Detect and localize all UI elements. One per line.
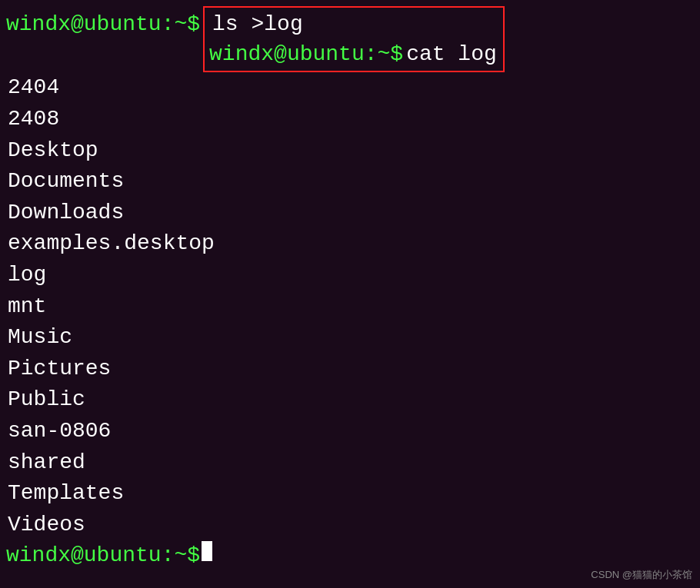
- prompt-separator-2: :~$: [365, 39, 403, 69]
- output-line-12: shared: [6, 447, 694, 479]
- output-line-6: log: [6, 260, 694, 291]
- output-line-9: Pictures: [6, 354, 694, 385]
- prompt-separator-1: :~$: [162, 9, 200, 41]
- output-line-11: san-0806: [6, 416, 694, 447]
- command-box-wrapper: ls >log windx@ubuntu :~$ cat log: [203, 6, 505, 72]
- prompt-line-1: windx@ubuntu :~$ ls >log windx@ubuntu :~…: [6, 6, 694, 72]
- output-line-7: mnt: [6, 291, 694, 323]
- output-line-14: Videos: [6, 510, 694, 541]
- command-box: ls >log windx@ubuntu :~$ cat log: [203, 6, 505, 72]
- cursor-block: [202, 541, 212, 561]
- prompt-line-3: windx@ubuntu :~$: [6, 540, 694, 572]
- output-line-3: Documents: [6, 166, 694, 198]
- output-line-0: 2404: [6, 72, 694, 104]
- watermark: CSDN @猫猫的小茶馆: [591, 568, 692, 582]
- output-line-2: Desktop: [6, 135, 694, 167]
- output-line-5: examples.desktop: [6, 228, 694, 260]
- prompt-user-3: windx@ubuntu: [6, 540, 162, 572]
- output-line-10: Public: [6, 384, 694, 416]
- output-line-8: Music: [6, 322, 694, 354]
- prompt-user-1: windx@ubuntu: [6, 9, 162, 41]
- output-line-1: 2408: [6, 104, 694, 135]
- prompt-user-2: windx@ubuntu: [209, 39, 365, 69]
- command-text-2: cat log: [406, 39, 497, 69]
- terminal-window: windx@ubuntu :~$ ls >log windx@ubuntu :~…: [0, 0, 700, 588]
- prompt-line-2-inner: windx@ubuntu :~$ cat log: [209, 39, 497, 69]
- command-text-1: ls >log: [212, 9, 497, 39]
- output-line-4: Downloads: [6, 198, 694, 229]
- output-line-13: Templates: [6, 478, 694, 510]
- prompt-separator-3: :~$: [162, 540, 200, 572]
- command-box-inner: ls >log windx@ubuntu :~$ cat log: [209, 9, 497, 69]
